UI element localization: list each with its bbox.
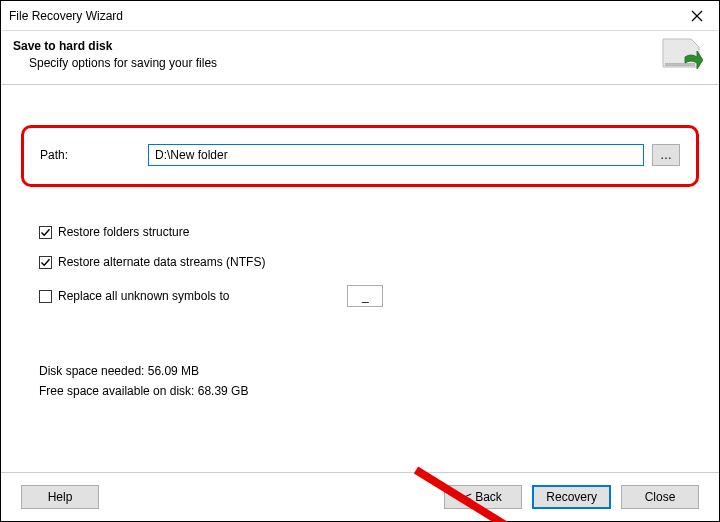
- option-replace-unknown: Replace all unknown symbols to: [39, 285, 681, 307]
- option-restore-folders: Restore folders structure: [39, 225, 681, 239]
- replace-symbol-input[interactable]: [347, 285, 383, 307]
- path-input[interactable]: [148, 144, 644, 166]
- wizard-header: Save to hard disk Specify options for sa…: [1, 31, 719, 85]
- wizard-content: Path: … Restore folders structure Restor…: [1, 85, 719, 472]
- back-button[interactable]: < Back: [444, 485, 522, 509]
- restore-ads-label: Restore alternate data streams (NTFS): [58, 255, 265, 269]
- disk-info: Disk space needed: 56.09 MB Free space a…: [39, 361, 681, 402]
- restore-folders-checkbox[interactable]: [39, 226, 52, 239]
- options-group: Restore folders structure Restore altern…: [39, 225, 681, 307]
- option-restore-ads: Restore alternate data streams (NTFS): [39, 255, 681, 269]
- close-icon: [691, 10, 703, 22]
- titlebar: File Recovery Wizard: [1, 1, 719, 31]
- recovery-button[interactable]: Recovery: [532, 485, 611, 509]
- path-highlight-box: Path: …: [21, 125, 699, 187]
- disk-save-icon: [659, 37, 703, 80]
- disk-space-free: Free space available on disk: 68.39 GB: [39, 381, 681, 401]
- check-icon: [40, 257, 51, 268]
- path-label: Path:: [40, 148, 140, 162]
- wizard-footer: Help < Back Recovery Close: [1, 472, 719, 521]
- replace-unknown-checkbox[interactable]: [39, 290, 52, 303]
- wizard-window: File Recovery Wizard Save to hard disk S…: [0, 0, 720, 522]
- close-window-button[interactable]: [674, 1, 719, 31]
- replace-unknown-label: Replace all unknown symbols to: [58, 289, 229, 303]
- window-title: File Recovery Wizard: [9, 9, 123, 23]
- restore-ads-checkbox[interactable]: [39, 256, 52, 269]
- help-button[interactable]: Help: [21, 485, 99, 509]
- disk-space-needed: Disk space needed: 56.09 MB: [39, 361, 681, 381]
- browse-button[interactable]: …: [652, 144, 680, 166]
- page-title: Save to hard disk: [13, 39, 707, 53]
- check-icon: [40, 227, 51, 238]
- page-subtitle: Specify options for saving your files: [13, 56, 707, 70]
- restore-folders-label: Restore folders structure: [58, 225, 189, 239]
- close-button[interactable]: Close: [621, 485, 699, 509]
